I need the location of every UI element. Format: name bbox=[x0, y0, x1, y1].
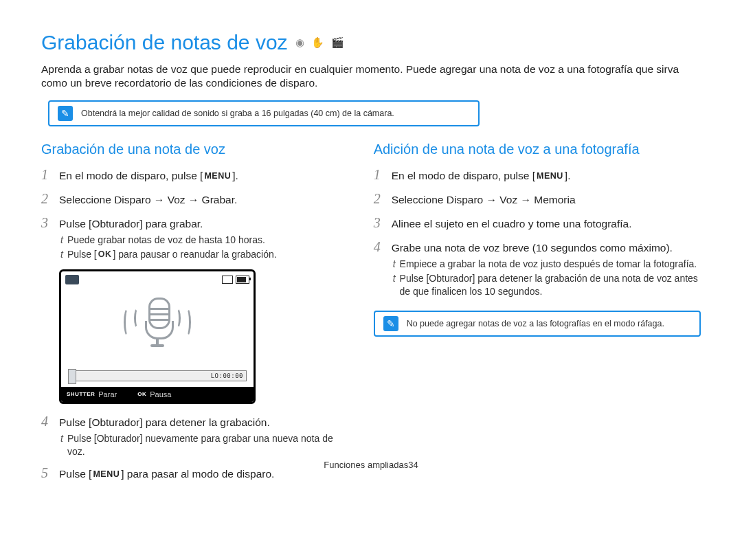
shutter-tag: SHUTTER bbox=[67, 391, 95, 399]
sub-text: Pulse [Obturador] nuevamente para grabar… bbox=[67, 432, 353, 458]
right-heading: Adición de una nota de voz a una fotogra… bbox=[374, 140, 701, 159]
step-number: 1 bbox=[374, 166, 385, 184]
column-record-memo: Grabación de una nota de voz 1 En el mod… bbox=[41, 140, 353, 484]
page-footer: Funciones ampliadas34 bbox=[0, 459, 742, 471]
menu-button-label: MENU bbox=[535, 170, 565, 182]
left-step-4: 4 Pulse [Obturador] para detener la grab… bbox=[41, 412, 353, 431]
ok-button-label: OK bbox=[97, 249, 113, 260]
column-add-memo-to-photo: Adición de una nota de voz a una fotogra… bbox=[374, 140, 701, 484]
ok-action-label: Pausa bbox=[150, 390, 171, 400]
intro-paragraph: Aprenda a grabar notas de voz que puede … bbox=[41, 63, 701, 91]
sub-text: Empiece a grabar la nota de voz justo de… bbox=[400, 258, 697, 271]
record-progress-bar: LO:00:00 bbox=[68, 370, 247, 381]
storage-icon bbox=[222, 276, 233, 284]
right-note-text: No puede agregar notas de voz a las foto… bbox=[407, 318, 664, 330]
tip-icon: ✎ bbox=[58, 106, 73, 121]
tip-icon: ✎ bbox=[383, 316, 398, 331]
right-step-1: 1 En el modo de disparo, pulse [MENU]. bbox=[374, 166, 701, 184]
microphone-icon bbox=[145, 298, 170, 347]
two-column-layout: Grabación de una nota de voz 1 En el mod… bbox=[41, 140, 701, 484]
mode-icon-film: 🎬 bbox=[329, 35, 346, 50]
mode-icon-hand: ✋ bbox=[309, 35, 326, 50]
left-step-1: 1 En el modo de disparo, pulse [MENU]. bbox=[41, 166, 353, 184]
sd-card-icon bbox=[65, 275, 79, 284]
right-step-4: 4 Grabe una nota de voz breve (10 segund… bbox=[374, 238, 701, 256]
manual-page: Grabación de notas de voz ◉ ✋ 🎬 Aprenda … bbox=[0, 0, 742, 484]
left-step-3-sub-2: Pulse [OK] para pausar o reanudar la gra… bbox=[60, 248, 353, 261]
page-title: Grabación de notas de voz ◉ ✋ 🎬 bbox=[41, 29, 701, 57]
right-steps: 1 En el modo de disparo, pulse [MENU]. 2… bbox=[374, 166, 701, 298]
battery-icon bbox=[236, 276, 249, 284]
step-body: Grabe una nota de voz breve (10 segundos… bbox=[392, 241, 673, 256]
ok-tag: OK bbox=[137, 391, 146, 399]
right-step-4-sub-1: Empiece a grabar la nota de voz justo de… bbox=[393, 258, 701, 271]
left-step-3: 3 Pulse [Obturador] para grabar. bbox=[41, 214, 353, 232]
top-tip-text: Obtendrá la mejor calidad de sonido si g… bbox=[81, 108, 394, 120]
display-topbar bbox=[61, 271, 254, 288]
step-body: En el modo de disparo, pulse [MENU]. bbox=[392, 169, 571, 183]
top-tip-box: ✎ Obtendrá la mejor calidad de sonido si… bbox=[48, 100, 480, 126]
step-number: 1 bbox=[41, 166, 52, 184]
step-text: ]. bbox=[565, 170, 571, 181]
right-step-4-sub-2: Pulse [Obturador] para detener la grabac… bbox=[393, 272, 701, 298]
sub-text: Pulse [OK] para pausar o reanudar la gra… bbox=[67, 248, 277, 261]
left-step-4-sub-1: Pulse [Obturador] nuevamente para grabar… bbox=[60, 432, 353, 458]
menu-button-label: MENU bbox=[203, 170, 232, 182]
step-number: 3 bbox=[374, 214, 385, 232]
step-text: En el modo de disparo, pulse [ bbox=[392, 170, 535, 181]
display-footer: SHUTTER Parar OK Pausa bbox=[61, 387, 254, 402]
mode-icons: ◉ ✋ 🎬 bbox=[293, 35, 346, 50]
right-step-3: 3 Alinee el sujeto en el cuadro y tome u… bbox=[374, 214, 701, 232]
step-body: Pulse [Obturador] para detener la grabac… bbox=[59, 416, 270, 430]
step-text: ]. bbox=[232, 170, 238, 181]
step-number: 4 bbox=[374, 238, 385, 256]
step-number: 3 bbox=[41, 214, 52, 232]
shutter-action-label: Parar bbox=[98, 390, 117, 400]
step-body: Seleccione Disparo → Voz → Memoria bbox=[392, 193, 576, 208]
record-time: LO:00:00 bbox=[211, 371, 243, 381]
footer-section: Funciones ampliadas bbox=[324, 460, 408, 470]
left-step-2: 2 Seleccione Disparo → Voz → Grabar. bbox=[41, 190, 353, 208]
left-heading: Grabación de una nota de voz bbox=[41, 140, 353, 159]
camera-display-screenshot: LO:00:00 SHUTTER Parar OK Pausa bbox=[59, 269, 256, 404]
right-note-box: ✎ No puede agregar notas de voz a las fo… bbox=[374, 311, 701, 337]
left-steps: 1 En el modo de disparo, pulse [MENU]. 2… bbox=[41, 166, 353, 482]
shutter-action: SHUTTER Parar bbox=[67, 390, 117, 400]
ok-action: OK Pausa bbox=[137, 390, 171, 400]
sub-text: Pulse [Obturador] para detener la grabac… bbox=[400, 272, 701, 298]
step-body: Pulse [Obturador] para grabar. bbox=[59, 217, 203, 232]
footer-page-number: 34 bbox=[408, 460, 418, 470]
left-step-3-sub-1: Puede grabar notas de voz de hasta 10 ho… bbox=[60, 234, 353, 247]
step-text: En el modo de disparo, pulse [ bbox=[59, 170, 203, 181]
step-body: En el modo de disparo, pulse [MENU]. bbox=[59, 169, 238, 183]
step-number: 4 bbox=[41, 412, 52, 431]
step-number: 2 bbox=[374, 190, 385, 208]
right-step-2: 2 Seleccione Disparo → Voz → Memoria bbox=[374, 190, 701, 208]
sub-text: Puede grabar notas de voz de hasta 10 ho… bbox=[67, 234, 265, 247]
battery-status bbox=[222, 276, 249, 284]
step-number: 2 bbox=[41, 190, 52, 208]
step-body: Seleccione Disparo → Voz → Grabar. bbox=[59, 193, 237, 208]
sound-waves-left-icon bbox=[124, 308, 141, 337]
mode-icon-auto: ◉ bbox=[293, 35, 306, 50]
sound-waves-right-icon bbox=[174, 308, 191, 337]
progress-knob bbox=[68, 369, 76, 384]
microphone-graphic bbox=[61, 298, 254, 347]
step-body: Alinee el sujeto en el cuadro y tome una… bbox=[392, 217, 632, 232]
title-text: Grabación de notas de voz bbox=[41, 29, 288, 57]
